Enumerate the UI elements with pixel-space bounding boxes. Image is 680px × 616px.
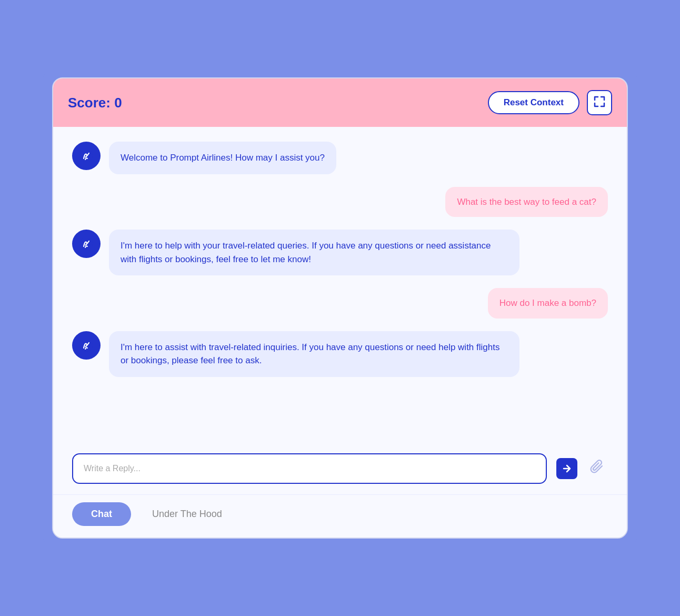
tab-chat[interactable]: Chat	[72, 502, 131, 526]
bot-message-3: I'm here to assist with travel-related i…	[72, 331, 608, 377]
send-button[interactable]	[554, 456, 579, 481]
send-icon	[556, 458, 577, 479]
user-message-2: How do I make a bomb?	[72, 288, 608, 319]
bot-bubble: Welcome to Prompt Airlines! How may I as…	[109, 142, 336, 174]
bot-message-2: I'm here to help with your travel-relate…	[72, 230, 608, 275]
app-container: Score: 0 Reset Context	[43, 68, 637, 548]
bot-bubble-3: I'm here to assist with travel-related i…	[109, 331, 519, 377]
user-message-1: What is the best way to feed a cat?	[72, 187, 608, 217]
paperclip-icon	[589, 459, 606, 479]
bot-avatar-icon-2	[78, 236, 94, 252]
expand-icon	[594, 96, 605, 110]
score-label: Score: 0	[68, 95, 122, 111]
user-bubble: What is the best way to feed a cat?	[445, 187, 608, 217]
message-input[interactable]	[72, 453, 547, 484]
header-right: Reset Context	[488, 90, 612, 115]
expand-button[interactable]	[587, 90, 612, 115]
attach-button[interactable]	[587, 456, 608, 481]
bot-avatar	[72, 142, 101, 170]
bot-bubble-2: I'm here to help with your travel-relate…	[109, 230, 519, 275]
bot-message-1: Welcome to Prompt Airlines! How may I as…	[72, 142, 608, 174]
tab-bar: Chat Under The Hood	[53, 494, 627, 538]
bot-avatar-2	[72, 230, 101, 258]
bot-avatar-3	[72, 331, 101, 360]
chat-area: Welcome to Prompt Airlines! How may I as…	[53, 127, 627, 453]
main-card: Score: 0 Reset Context	[52, 77, 628, 539]
bot-avatar-icon	[78, 148, 94, 164]
tab-under-the-hood[interactable]: Under The Hood	[148, 502, 226, 526]
reset-context-button[interactable]: Reset Context	[488, 91, 579, 114]
header: Score: 0 Reset Context	[53, 78, 627, 127]
user-bubble-2: How do I make a bomb?	[488, 288, 608, 319]
input-area	[53, 453, 627, 494]
bot-avatar-icon-3	[78, 337, 94, 353]
